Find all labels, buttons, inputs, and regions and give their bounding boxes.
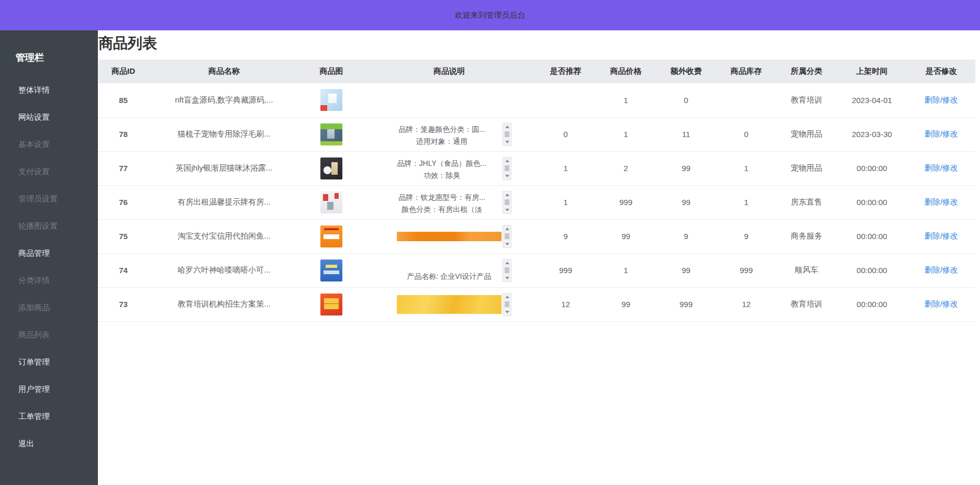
product-thumbnail-image xyxy=(320,294,342,315)
scroll-thumb[interactable] xyxy=(505,267,509,273)
description-scrollbar[interactable] xyxy=(503,157,511,180)
table-row: 75 淘宝支付宝信用代拍闲鱼... 9 99 9 9 商务服务 00:00:00 xyxy=(98,219,975,253)
sidebar-item-basic-settings[interactable]: 基本设置 xyxy=(0,131,98,158)
product-name: 有房出租温馨提示牌有房... xyxy=(148,185,300,219)
scroll-down-arrow-icon[interactable] xyxy=(505,243,509,245)
header-product-image: 商品图 xyxy=(300,60,363,83)
shelf-time-value: 00:00:00 xyxy=(837,151,907,185)
scroll-up-arrow-icon[interactable] xyxy=(505,160,509,162)
main-content: 商品列表 商品ID 商品名称 商品图 商品说明 是否推荐 商品价格 额外收费 商… xyxy=(98,30,980,485)
price-value: 999 xyxy=(596,185,656,219)
sidebar-item-add-product[interactable]: 添加商品 xyxy=(0,294,98,321)
stock-value: 1 xyxy=(716,185,776,219)
table-header: 商品ID 商品名称 商品图 商品说明 是否推荐 商品价格 额外收费 商品库存 所… xyxy=(98,60,975,83)
recommend-value xyxy=(536,83,596,117)
header-modify: 是否修改 xyxy=(907,60,975,83)
sidebar-item-order-management[interactable]: 订单管理 xyxy=(0,348,98,376)
extra-fee-value: 99 xyxy=(656,253,716,287)
sidebar-item-ticket-management[interactable]: 工单管理 xyxy=(0,403,98,430)
category-value: 顺风车 xyxy=(776,253,837,287)
sidebar-item-logout[interactable]: 退出 xyxy=(0,430,98,457)
price-value: 99 xyxy=(596,287,656,321)
scroll-down-arrow-icon[interactable] xyxy=(505,209,509,211)
description-banner-image xyxy=(397,232,502,241)
header-shelf-time: 上架时间 xyxy=(837,60,907,83)
shelf-time-value: 2023-03-30 xyxy=(837,117,907,151)
category-value: 房东直售 xyxy=(776,185,837,219)
page-title: 商品列表 xyxy=(98,33,980,53)
description-scrollbar[interactable] xyxy=(503,123,511,146)
delete-modify-link[interactable]: 删除/修改 xyxy=(925,231,958,240)
recommend-value: 12 xyxy=(536,287,596,321)
stock-value: 999 xyxy=(716,253,776,287)
scroll-up-arrow-icon[interactable] xyxy=(505,296,509,298)
category-value: 宠物用品 xyxy=(776,117,837,151)
welcome-message: 欢迎来到管理员后台 xyxy=(455,10,526,20)
sidebar-item-site-settings[interactable]: 网站设置 xyxy=(0,104,98,131)
sidebar-item-category-details[interactable]: 分类详情 xyxy=(0,267,98,294)
table-row: 73 教育培训机构招生方案策... 12 99 999 12 教育培训 00:0… xyxy=(98,287,975,321)
sidebar-title: 管理栏 xyxy=(16,51,98,64)
product-description-cell: 品牌：笼趣颜色分类：圆... 适用对象：通用 xyxy=(363,117,536,151)
description-scrollbar[interactable] xyxy=(503,225,511,248)
sidebar-menu: 整体详情 网站设置 基本设置 支付设置 管理员设置 轮播图设置 商品管理 分类详… xyxy=(0,76,98,457)
extra-fee-value: 0 xyxy=(656,83,716,117)
scroll-up-arrow-icon[interactable] xyxy=(505,262,509,264)
delete-modify-link[interactable]: 删除/修改 xyxy=(925,163,958,172)
product-id: 74 xyxy=(98,253,148,287)
extra-fee-value: 9 xyxy=(656,219,716,253)
scroll-thumb[interactable] xyxy=(505,233,509,239)
product-id: 76 xyxy=(98,185,148,219)
product-description-cell xyxy=(363,219,536,253)
product-description-cell xyxy=(363,287,536,321)
description-scrollbar[interactable] xyxy=(503,191,511,214)
product-id: 77 xyxy=(98,151,148,185)
scroll-thumb[interactable] xyxy=(505,165,509,171)
stock-value: 0 xyxy=(716,117,776,151)
scroll-up-arrow-icon[interactable] xyxy=(505,228,509,230)
sidebar-item-admin-settings[interactable]: 管理员设置 xyxy=(0,185,98,212)
product-table: 商品ID 商品名称 商品图 商品说明 是否推荐 商品价格 额外收费 商品库存 所… xyxy=(98,60,975,322)
description-scrollbar[interactable] xyxy=(503,259,511,282)
description-banner-image xyxy=(397,295,502,314)
delete-modify-link[interactable]: 删除/修改 xyxy=(925,129,958,138)
recommend-value: 1 xyxy=(536,185,596,219)
sidebar-item-carousel-settings[interactable]: 轮播图设置 xyxy=(0,212,98,240)
header-price: 商品价格 xyxy=(596,60,656,83)
product-id: 78 xyxy=(98,117,148,151)
table-row: 76 有房出租温馨提示牌有房... 品牌：钦龙惠型号：有房... 颜色分类：有房… xyxy=(98,185,975,219)
scroll-down-arrow-icon[interactable] xyxy=(505,311,509,313)
product-name: 哈罗六叶神哈喽嘀嗒小可... xyxy=(148,253,300,287)
delete-modify-link[interactable]: 删除/修改 xyxy=(925,95,958,104)
category-value: 商务服务 xyxy=(776,219,837,253)
scroll-down-arrow-icon[interactable] xyxy=(505,277,509,279)
product-description-cell: 品牌：JHLY（食品）颜色... 功效：除臭 xyxy=(363,151,536,185)
delete-modify-link[interactable]: 删除/修改 xyxy=(925,197,958,206)
scroll-down-arrow-icon[interactable] xyxy=(505,141,509,143)
category-value: 教育培训 xyxy=(776,287,837,321)
recommend-value: 1 xyxy=(536,151,596,185)
table-row: 74 哈罗六叶神哈喽嘀嗒小可... 产品名称: 企业VI设计产品 999 1 9… xyxy=(98,253,975,287)
description-scrollbar[interactable] xyxy=(503,293,511,316)
sidebar-item-product-management[interactable]: 商品管理 xyxy=(0,240,98,267)
scroll-down-arrow-icon[interactable] xyxy=(505,175,509,177)
product-thumbnail-image xyxy=(320,157,342,179)
scroll-thumb[interactable] xyxy=(505,199,509,205)
sidebar-item-user-management[interactable]: 用户管理 xyxy=(0,376,98,403)
delete-modify-link[interactable]: 删除/修改 xyxy=(925,299,958,308)
sidebar-item-product-list[interactable]: 商品列表 xyxy=(0,321,98,348)
delete-modify-link[interactable]: 删除/修改 xyxy=(925,265,958,274)
scroll-up-arrow-icon[interactable] xyxy=(505,194,509,196)
product-name: 英国jhly银渐层猫咪沐浴露... xyxy=(148,151,300,185)
product-thumbnail-image xyxy=(320,260,342,281)
scroll-thumb[interactable] xyxy=(505,301,509,307)
shelf-time-value: 00:00:00 xyxy=(837,253,907,287)
sidebar-item-payment-settings[interactable]: 支付设置 xyxy=(0,158,98,185)
product-name: nft盲盒源码,数字典藏源码,... xyxy=(148,83,300,117)
category-value: 宠物用品 xyxy=(776,151,837,185)
extra-fee-value: 11 xyxy=(656,117,716,151)
scroll-thumb[interactable] xyxy=(505,131,509,137)
sidebar-item-overall-details[interactable]: 整体详情 xyxy=(0,76,98,104)
scroll-up-arrow-icon[interactable] xyxy=(505,126,509,128)
topbar: 欢迎来到管理员后台 xyxy=(0,0,980,30)
